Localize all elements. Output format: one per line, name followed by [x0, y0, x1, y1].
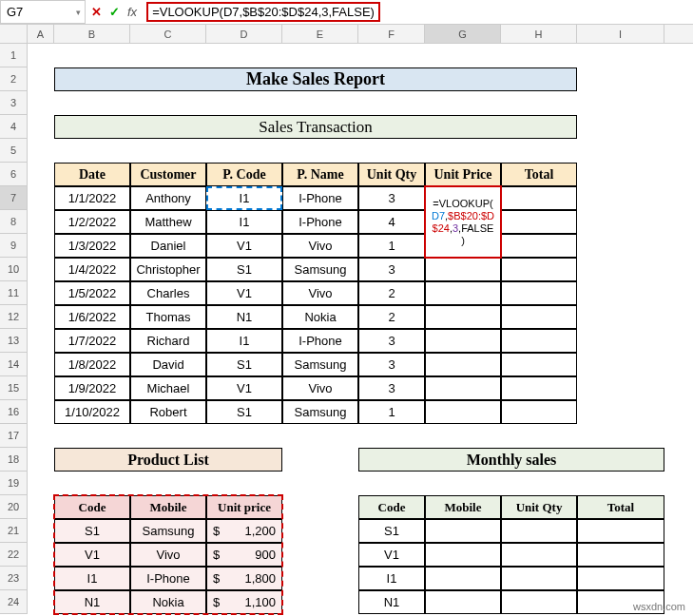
- row-header-9[interactable]: 9: [0, 234, 28, 258]
- prod-price-1[interactable]: $900: [206, 543, 282, 567]
- trans-code-4[interactable]: V1: [206, 281, 282, 305]
- trans-date-4[interactable]: 1/5/2022: [54, 281, 130, 305]
- trans-price-8[interactable]: [425, 376, 501, 400]
- trans-date-9[interactable]: 1/10/2022: [54, 400, 130, 424]
- trans-qty-4[interactable]: 2: [358, 281, 425, 305]
- row-header-5[interactable]: 5: [0, 139, 28, 163]
- trans-date-3[interactable]: 1/4/2022: [54, 258, 130, 281]
- monthly-total-1[interactable]: [577, 543, 664, 567]
- trans-qty-0[interactable]: 3: [358, 186, 425, 210]
- row-header-12[interactable]: 12: [0, 305, 28, 329]
- monthly-qty-0[interactable]: [501, 519, 577, 543]
- trans-total-4[interactable]: [501, 281, 577, 305]
- column-header-E[interactable]: E: [282, 25, 358, 43]
- trans-name-3[interactable]: Samsung: [282, 258, 358, 281]
- trans-cust-8[interactable]: Michael: [130, 376, 206, 400]
- trans-name-1[interactable]: I-Phone: [282, 210, 358, 234]
- trans-name-2[interactable]: Vivo: [282, 234, 358, 258]
- column-header-D[interactable]: D: [206, 25, 282, 43]
- trans-date-7[interactable]: 1/8/2022: [54, 353, 130, 376]
- trans-total-8[interactable]: [501, 376, 577, 400]
- monthly-code-2[interactable]: I1: [358, 567, 425, 590]
- trans-code-0[interactable]: I1: [206, 186, 282, 210]
- trans-cust-2[interactable]: Daniel: [130, 234, 206, 258]
- trans-date-1[interactable]: 1/2/2022: [54, 210, 130, 234]
- trans-cust-3[interactable]: Christopher: [130, 258, 206, 281]
- trans-cust-7[interactable]: David: [130, 353, 206, 376]
- prod-mobile-1[interactable]: Vivo: [130, 543, 206, 567]
- trans-code-8[interactable]: V1: [206, 376, 282, 400]
- row-header-1[interactable]: 1: [0, 44, 28, 67]
- trans-cust-6[interactable]: Richard: [130, 329, 206, 353]
- monthly-code-0[interactable]: S1: [358, 519, 425, 543]
- row-header-2[interactable]: 2: [0, 67, 28, 91]
- row-header-23[interactable]: 23: [0, 567, 28, 590]
- formula-bar[interactable]: =VLOOKUP(D7,$B$20:$D$24,3,FALSE): [143, 0, 693, 24]
- trans-cust-9[interactable]: Robert: [130, 400, 206, 424]
- column-header-F[interactable]: F: [358, 25, 425, 43]
- prod-code-3[interactable]: N1: [54, 590, 130, 614]
- trans-date-2[interactable]: 1/3/2022: [54, 234, 130, 258]
- row-header-7[interactable]: 7: [0, 186, 28, 210]
- trans-price-6[interactable]: [425, 329, 501, 353]
- column-header-H[interactable]: H: [501, 25, 577, 43]
- trans-price-5[interactable]: [425, 305, 501, 329]
- name-box[interactable]: G7 ▾: [0, 0, 86, 24]
- trans-name-0[interactable]: I-Phone: [282, 186, 358, 210]
- monthly-code-3[interactable]: N1: [358, 590, 425, 614]
- trans-date-8[interactable]: 1/9/2022: [54, 376, 130, 400]
- trans-total-1[interactable]: [501, 210, 577, 234]
- trans-cust-5[interactable]: Thomas: [130, 305, 206, 329]
- trans-total-6[interactable]: [501, 329, 577, 353]
- monthly-qty-3[interactable]: [501, 590, 577, 614]
- trans-cust-1[interactable]: Matthew: [130, 210, 206, 234]
- row-header-18[interactable]: 18: [0, 448, 28, 472]
- trans-qty-9[interactable]: 1: [358, 400, 425, 424]
- trans-name-9[interactable]: Samsung: [282, 400, 358, 424]
- active-cell-formula[interactable]: =VLOOKUP(D7,$B$20:$D$24,3,FALSE): [425, 186, 501, 258]
- trans-code-7[interactable]: S1: [206, 353, 282, 376]
- monthly-qty-2[interactable]: [501, 567, 577, 590]
- monthly-mobile-2[interactable]: [425, 567, 501, 590]
- row-header-21[interactable]: 21: [0, 519, 28, 543]
- monthly-total-2[interactable]: [577, 567, 664, 590]
- monthly-qty-1[interactable]: [501, 543, 577, 567]
- trans-total-2[interactable]: [501, 234, 577, 258]
- row-header-8[interactable]: 8: [0, 210, 28, 234]
- prod-price-2[interactable]: $1,800: [206, 567, 282, 590]
- prod-mobile-2[interactable]: I-Phone: [130, 567, 206, 590]
- row-header-10[interactable]: 10: [0, 258, 28, 281]
- accept-icon[interactable]: ✓: [109, 5, 120, 19]
- fx-icon[interactable]: fx: [127, 5, 137, 19]
- row-header-19[interactable]: 19: [0, 472, 28, 495]
- trans-total-7[interactable]: [501, 353, 577, 376]
- column-header-B[interactable]: B: [54, 25, 130, 43]
- trans-price-9[interactable]: [425, 400, 501, 424]
- trans-total-0[interactable]: [501, 186, 577, 210]
- trans-code-3[interactable]: S1: [206, 258, 282, 281]
- trans-qty-2[interactable]: 1: [358, 234, 425, 258]
- monthly-mobile-1[interactable]: [425, 543, 501, 567]
- chevron-down-icon[interactable]: ▾: [76, 8, 81, 17]
- trans-qty-1[interactable]: 4: [358, 210, 425, 234]
- row-header-11[interactable]: 11: [0, 281, 28, 305]
- prod-price-3[interactable]: $1,100: [206, 590, 282, 614]
- row-header-3[interactable]: 3: [0, 91, 28, 115]
- row-header-14[interactable]: 14: [0, 353, 28, 376]
- prod-code-1[interactable]: V1: [54, 543, 130, 567]
- trans-code-1[interactable]: I1: [206, 210, 282, 234]
- trans-qty-3[interactable]: 3: [358, 258, 425, 281]
- trans-qty-5[interactable]: 2: [358, 305, 425, 329]
- row-header-24[interactable]: 24: [0, 590, 28, 614]
- column-header-I[interactable]: I: [577, 25, 664, 43]
- row-header-6[interactable]: 6: [0, 163, 28, 186]
- trans-code-6[interactable]: I1: [206, 329, 282, 353]
- row-header-17[interactable]: 17: [0, 424, 28, 448]
- trans-name-8[interactable]: Vivo: [282, 376, 358, 400]
- column-header-G[interactable]: G: [425, 25, 501, 43]
- trans-total-3[interactable]: [501, 258, 577, 281]
- trans-cust-4[interactable]: Charles: [130, 281, 206, 305]
- cancel-icon[interactable]: ✕: [91, 5, 102, 19]
- trans-date-6[interactable]: 1/7/2022: [54, 329, 130, 353]
- trans-price-3[interactable]: [425, 258, 501, 281]
